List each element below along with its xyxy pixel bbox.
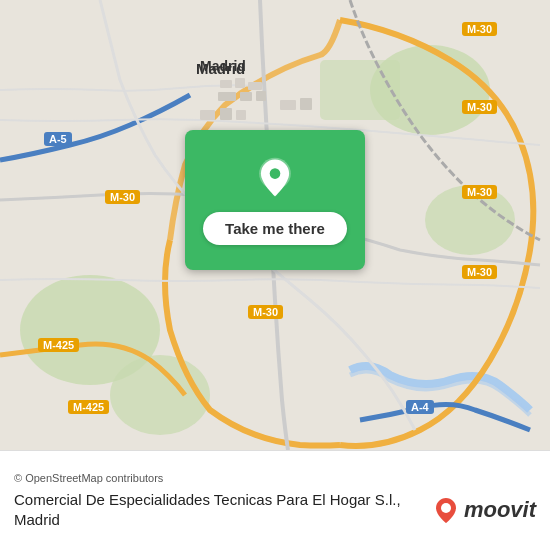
svg-rect-11 <box>256 91 266 101</box>
svg-rect-8 <box>248 82 262 90</box>
svg-rect-16 <box>300 98 312 110</box>
road-label-m30-1: M-30 <box>462 22 497 36</box>
svg-rect-9 <box>218 92 236 101</box>
take-me-wrapper: Take me there <box>185 130 365 270</box>
svg-rect-4 <box>320 60 400 120</box>
road-label-m30-4: M-30 <box>462 265 497 279</box>
svg-rect-15 <box>280 100 296 110</box>
map-container: M-30 M-30 M-30 M-30 M-30 M-30 A-5 M-425 … <box>0 0 550 450</box>
road-label-m30-6: M-30 <box>105 190 140 204</box>
moovit-brand-text: moovit <box>464 497 536 523</box>
svg-rect-6 <box>220 80 232 88</box>
svg-rect-14 <box>236 110 246 120</box>
place-info: Comercial De Especialidades Tecnicas Par… <box>14 490 536 529</box>
svg-rect-10 <box>240 92 252 101</box>
location-pin-icon <box>253 156 297 200</box>
road-label-a4: A-4 <box>406 400 434 414</box>
svg-rect-7 <box>235 78 245 88</box>
moovit-logo: moovit <box>432 496 536 524</box>
road-label-a5: A-5 <box>44 132 72 146</box>
svg-rect-13 <box>220 108 232 120</box>
moovit-icon <box>432 496 460 524</box>
attribution-text: © OpenStreetMap contributors <box>14 472 536 484</box>
svg-point-20 <box>441 503 451 513</box>
green-highlight-box: Take me there <box>185 130 365 270</box>
svg-point-19 <box>270 168 281 179</box>
svg-rect-12 <box>200 110 215 120</box>
road-label-m30-5: M-30 <box>248 305 283 319</box>
bottom-panel: © OpenStreetMap contributors Comercial D… <box>0 450 550 550</box>
madrid-label: Madrid <box>196 60 245 77</box>
road-label-m425-2: M-425 <box>68 400 109 414</box>
place-name-text: Comercial De Especialidades Tecnicas Par… <box>14 490 420 529</box>
road-label-m30-2: M-30 <box>462 100 497 114</box>
take-me-there-button[interactable]: Take me there <box>203 212 347 245</box>
road-label-m30-3: M-30 <box>462 185 497 199</box>
road-label-m425-1: M-425 <box>38 338 79 352</box>
